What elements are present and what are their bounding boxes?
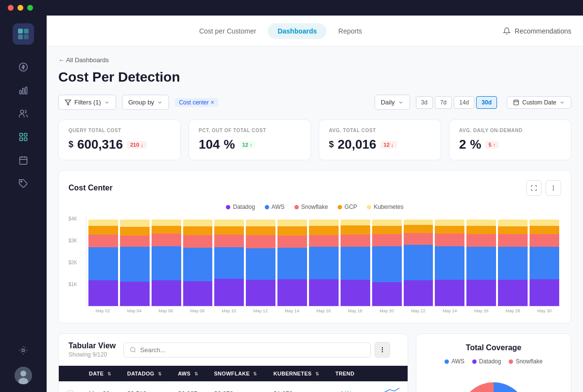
tab-dashboards[interactable]: Dashboards bbox=[268, 23, 326, 39]
tab-reports[interactable]: Reports bbox=[328, 23, 372, 39]
maximize-dot[interactable] bbox=[27, 5, 33, 11]
date-range-buttons: 3d 7d 14d 30d bbox=[416, 96, 497, 109]
top-nav: Cost per Customer Dashboards Reports Rec… bbox=[47, 16, 583, 47]
stat-label-2: AVG. TOTAL COST bbox=[329, 128, 431, 133]
table-search bbox=[123, 342, 390, 358]
svg-point-21 bbox=[553, 186, 554, 187]
group-by-button[interactable]: Group by bbox=[122, 95, 169, 110]
stat-badge-2: 12 ↓ bbox=[380, 141, 397, 149]
svg-rect-7 bbox=[25, 87, 27, 94]
svg-rect-9 bbox=[20, 134, 23, 136]
chart-card: Cost Center bbox=[58, 170, 571, 324]
stats-row: QUERY TOTAL COST $ 600,316 210 ↓ PCT. OU… bbox=[58, 119, 571, 160]
row-sparkline bbox=[362, 381, 408, 392]
sidebar-item-grid[interactable] bbox=[13, 126, 34, 148]
search-box[interactable] bbox=[123, 342, 371, 358]
legend-datadog: Datadog bbox=[226, 204, 255, 210]
table-row: May 30 $3,512 $6,267 $2,970 $1,970 + 64% bbox=[59, 381, 408, 392]
date-btn-30d[interactable]: 30d bbox=[476, 96, 497, 109]
legend-kubernetes: Kubernetes bbox=[367, 204, 403, 210]
row-datadog: $3,512 bbox=[120, 381, 171, 392]
group-by-label: Group by bbox=[128, 99, 154, 106]
donut-legend-aws: AWS bbox=[445, 358, 464, 365]
chart-expand-button[interactable] bbox=[526, 180, 542, 196]
sidebar-item-users[interactable] bbox=[13, 103, 34, 124]
svg-point-14 bbox=[21, 181, 22, 183]
stat-avg-total-cost: AVG. TOTAL COST $ 20,016 12 ↓ bbox=[319, 119, 441, 160]
bar-chart: $4K $3K $2K $1K May 02May 04May 06May 08… bbox=[69, 216, 561, 313]
svg-point-15 bbox=[22, 349, 25, 352]
filters-bar: Filters (1) Group by Cost center × Daily bbox=[58, 95, 571, 110]
date-btn-3d[interactable]: 3d bbox=[416, 96, 433, 109]
svg-rect-0 bbox=[18, 29, 23, 34]
col-trend: TREND bbox=[327, 366, 362, 381]
custom-date-button[interactable]: Custom Date bbox=[507, 96, 571, 109]
donut-chart bbox=[426, 373, 561, 392]
stat-badge-1: 12 ↑ bbox=[239, 141, 256, 149]
row-trend: + 64% bbox=[327, 381, 362, 392]
col-aws: AWS ⇅ bbox=[170, 366, 206, 381]
svg-rect-5 bbox=[20, 90, 21, 94]
stat-label-3: AVG. DAILY ON-DEMAND bbox=[459, 128, 561, 133]
daily-dropdown[interactable]: Daily bbox=[375, 95, 410, 110]
tab-cost-per-customer[interactable]: Cost per Customer bbox=[189, 23, 266, 39]
col-snowflake: SNOWFLAKE ⇅ bbox=[206, 366, 265, 381]
nav-tabs: Cost per Customer Dashboards Reports bbox=[58, 23, 503, 39]
chart-title: Cost Center bbox=[69, 184, 113, 192]
table-menu-button[interactable] bbox=[375, 342, 390, 358]
table-header: Tabular View Showing 9/120 bbox=[59, 334, 408, 366]
legend-aws: AWS bbox=[265, 204, 285, 210]
svg-rect-2 bbox=[18, 34, 23, 39]
chart-header: Cost Center bbox=[69, 180, 561, 196]
sidebar-item-tag[interactable] bbox=[13, 173, 34, 194]
sidebar bbox=[0, 16, 47, 392]
stat-value-0: $ 600,316 210 ↓ bbox=[69, 137, 171, 152]
minimize-dot[interactable] bbox=[17, 5, 23, 11]
row-snowflake: $2,970 bbox=[206, 381, 265, 392]
data-table: DATE ⇅ DATADOG ⇅ AWS ⇅ SNOWFLAKE ⇅ KUBER… bbox=[59, 366, 408, 392]
svg-point-26 bbox=[382, 349, 383, 350]
stat-badge-3: 5 ↑ bbox=[485, 141, 499, 149]
filter-tag-remove[interactable]: × bbox=[211, 99, 214, 106]
settings-icon[interactable] bbox=[13, 340, 34, 361]
recommendations-button[interactable]: Recommendations bbox=[503, 27, 571, 35]
donut-title: Total Coverage bbox=[426, 343, 561, 352]
stat-pct-total-cost: PCT. OUT OF TOTAL COST 104 % 12 ↑ bbox=[189, 119, 311, 160]
chart-legend: Datadog AWS Snowflake GCP bbox=[69, 204, 561, 210]
table-title: Tabular View bbox=[69, 341, 116, 350]
col-datadog: DATADOG ⇅ bbox=[120, 366, 171, 381]
chart-menu-button[interactable] bbox=[546, 180, 561, 196]
sidebar-item-calendar[interactable] bbox=[13, 150, 34, 171]
row-kubernetes: $1,970 bbox=[266, 381, 328, 392]
recommendations-label: Recommendations bbox=[514, 27, 571, 35]
avatar[interactable] bbox=[15, 367, 32, 384]
sidebar-item-chart[interactable] bbox=[13, 80, 34, 101]
svg-rect-1 bbox=[24, 29, 29, 34]
row-aws: $6,267 bbox=[170, 381, 206, 392]
filter-tag-cost-center: Cost center × bbox=[175, 98, 218, 107]
row-checkbox[interactable] bbox=[59, 381, 81, 392]
close-dot[interactable] bbox=[8, 5, 14, 11]
col-date: DATE ⇅ bbox=[81, 366, 120, 381]
date-btn-7d[interactable]: 7d bbox=[435, 96, 452, 109]
svg-rect-13 bbox=[20, 157, 27, 164]
donut-legend-datadog: Datadog bbox=[472, 358, 501, 365]
chart-actions bbox=[526, 180, 561, 196]
filters-button[interactable]: Filters (1) bbox=[58, 95, 116, 110]
sidebar-item-dollar[interactable] bbox=[13, 56, 34, 78]
app-logo bbox=[13, 23, 34, 45]
row-date: May 30 bbox=[81, 381, 120, 392]
svg-point-22 bbox=[553, 187, 554, 188]
table-subtitle: Showing 9/120 bbox=[69, 351, 116, 358]
search-input[interactable] bbox=[140, 346, 364, 354]
svg-point-8 bbox=[20, 110, 24, 114]
date-btn-14d[interactable]: 14d bbox=[454, 96, 474, 109]
svg-rect-10 bbox=[24, 134, 27, 136]
svg-rect-6 bbox=[22, 88, 24, 94]
legend-snowflake: Snowflake bbox=[294, 204, 328, 210]
back-link[interactable]: ← All Dashboards bbox=[58, 56, 571, 64]
title-bar bbox=[0, 0, 583, 16]
svg-rect-3 bbox=[24, 34, 29, 39]
bottom-section: Tabular View Showing 9/120 bbox=[58, 333, 571, 392]
legend-gcp: GCP bbox=[338, 204, 357, 210]
